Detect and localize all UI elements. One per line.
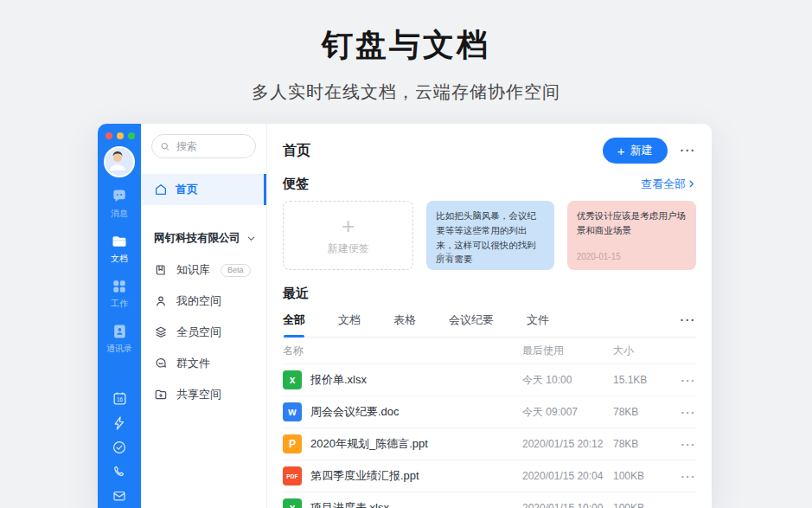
group-chat-icon	[154, 357, 168, 370]
file-size: 15.1KB	[613, 374, 675, 386]
file-size: 100KB	[613, 502, 675, 508]
app-nav-docs[interactable]: 文档	[98, 226, 141, 271]
search-box[interactable]	[151, 134, 256, 158]
view-all-link[interactable]: 查看全部	[641, 177, 696, 192]
phone-icon[interactable]	[112, 463, 127, 479]
page-title: 钉盘与文档	[0, 24, 812, 67]
org-switcher[interactable]: 网钉科技有限公司	[141, 231, 266, 246]
sidebar-item-shared-space[interactable]: 共享空间	[141, 379, 266, 410]
layers-icon	[154, 325, 168, 339]
file-size: 78KB	[613, 438, 675, 450]
chevron-down-icon	[246, 234, 256, 243]
file-name: 第四季度业绩汇报.ppt	[310, 468, 419, 484]
avatar[interactable]	[104, 146, 135, 177]
file-name: 2020年规划_陈德言.ppt	[310, 436, 428, 452]
app-nav-contacts[interactable]: 通讯录	[98, 316, 141, 361]
mail-icon[interactable]	[112, 487, 127, 504]
recent-title: 最近	[283, 286, 696, 302]
app-nav-work[interactable]: 工作	[98, 271, 141, 316]
table-row[interactable]: x 报价单.xlsx 今天 10:00 15.1KB ···	[283, 363, 696, 395]
shared-folder-icon	[154, 388, 168, 402]
window-controls	[98, 132, 135, 139]
tabs-more-icon[interactable]: ···	[681, 313, 697, 327]
book-icon	[154, 263, 168, 277]
app-sidebar-bottom: 16	[98, 390, 141, 504]
folder-icon	[111, 233, 128, 250]
file-size: 100KB	[613, 470, 675, 482]
row-more-icon[interactable]: ···	[675, 406, 696, 419]
calendar-day: 16	[116, 396, 123, 402]
check-circle-icon[interactable]	[112, 439, 127, 455]
calendar-icon[interactable]: 16	[112, 390, 128, 407]
doc-sidebar-items: 知识库 Beta 我的空间	[141, 254, 266, 410]
app-nav-label: 消息	[111, 208, 128, 220]
note-card[interactable]: 比如把头脑风暴，会议纪要等等这些常用的列出来，这样可以很快的找到所有需要 今天	[426, 201, 553, 270]
flash-icon[interactable]	[112, 415, 127, 431]
sidebar-item-label: 全员空间	[176, 325, 221, 340]
org-name: 网钉科技有限公司	[154, 231, 240, 246]
tab-all[interactable]: 全部	[283, 312, 305, 328]
chat-icon	[111, 188, 128, 205]
search-icon	[160, 141, 170, 152]
new-button[interactable]: + 新建	[603, 138, 668, 164]
table-row[interactable]: PDF 第四季度业绩汇报.ppt 2020/01/15 20:04 100KB …	[283, 460, 696, 492]
new-note-card[interactable]: + 新建便签	[283, 201, 413, 270]
sidebar-item-my-space[interactable]: 我的空间	[141, 286, 266, 317]
app-nav-label: 文档	[111, 253, 128, 265]
tab-files[interactable]: 文件	[527, 312, 549, 328]
row-more-icon[interactable]: ···	[675, 470, 696, 483]
avatar-image	[105, 148, 130, 172]
sidebar-item-org-space[interactable]: 全员空间	[141, 317, 266, 348]
row-more-icon[interactable]: ···	[675, 374, 696, 387]
app-sidebar: 消息 文档 工作	[98, 124, 141, 508]
main-content: 首页 + 新建 ··· 便签 查看全部 +	[267, 124, 712, 508]
page-heading: 首页	[283, 142, 310, 160]
row-more-icon[interactable]: ···	[675, 502, 696, 508]
file-last-used: 2020/01/15 20:12	[522, 438, 613, 450]
column-last-used: 最后使用	[522, 344, 613, 358]
sidebar-item-knowledge-base[interactable]: 知识库 Beta	[141, 254, 266, 286]
hero: 钉盘与文档 多人实时在线文档，云端存储协作空间	[0, 24, 812, 104]
table-row[interactable]: P 2020年规划_陈德言.ppt 2020/01/15 20:12 78KB …	[283, 428, 696, 460]
chevron-right-icon	[687, 179, 696, 189]
sidebar-item-group-files[interactable]: 群文件	[141, 348, 266, 379]
plus-icon: +	[342, 215, 355, 237]
app-nav-label: 通讯录	[106, 343, 132, 355]
page: 钉盘与文档 多人实时在线文档，云端存储协作空间	[0, 0, 812, 508]
file-name: 报价单.xlsx	[310, 372, 367, 388]
search-input[interactable]	[175, 139, 247, 153]
user-icon	[154, 294, 168, 308]
header-more-icon[interactable]: ···	[681, 144, 697, 158]
main-header: 首页 + 新建 ···	[283, 138, 696, 164]
minimize-window-button[interactable]	[117, 132, 124, 139]
row-more-icon[interactable]: ···	[675, 438, 696, 451]
note-card[interactable]: 优秀设计应该是考虑用户场景和商业场景 2020-01-15	[567, 201, 696, 270]
notes-title: 便签	[283, 176, 309, 192]
close-window-button[interactable]	[105, 132, 112, 139]
app-nav-messages[interactable]: 消息	[98, 181, 141, 226]
new-note-label: 新建便签	[328, 241, 369, 256]
tab-docs[interactable]: 文档	[338, 312, 361, 328]
note-cards: + 新建便签 比如把头脑风暴，会议纪要等等这些常用的列出来，这样可以很快的找到所…	[283, 201, 696, 270]
sidebar-item-label: 首页	[176, 182, 198, 197]
file-size: 78KB	[613, 406, 675, 418]
sidebar-item-label: 群文件	[176, 356, 210, 371]
table-row[interactable]: x 项目进度表.xlsx 2020/01/15 10:00 100KB ···	[283, 492, 696, 508]
file-last-used: 2020/01/15 20:04	[522, 470, 613, 482]
file-last-used: 2020/01/15 10:00	[522, 502, 613, 508]
pdf-file-icon: PDF	[283, 466, 302, 485]
table-row[interactable]: w 周会会议纪要.doc 今天 09:007 78KB ···	[283, 395, 696, 428]
sidebar-item-home[interactable]: 首页	[141, 174, 266, 205]
tab-sheets[interactable]: 表格	[393, 312, 416, 328]
app-window: 消息 文档 工作	[98, 124, 712, 508]
file-name: 项目进度表.xlsx	[310, 500, 389, 508]
plus-icon: +	[617, 145, 625, 158]
zoom-window-button[interactable]	[128, 132, 135, 139]
table-header: 名称 最后使用 大小	[283, 338, 696, 363]
ppt-file-icon: P	[283, 434, 302, 453]
tab-minutes[interactable]: 会议纪要	[449, 312, 494, 328]
beta-badge: Beta	[221, 264, 251, 277]
app-nav-label: 工作	[111, 298, 128, 310]
xlsx-file-icon: x	[283, 370, 302, 389]
file-last-used: 今天 09:007	[522, 405, 613, 420]
